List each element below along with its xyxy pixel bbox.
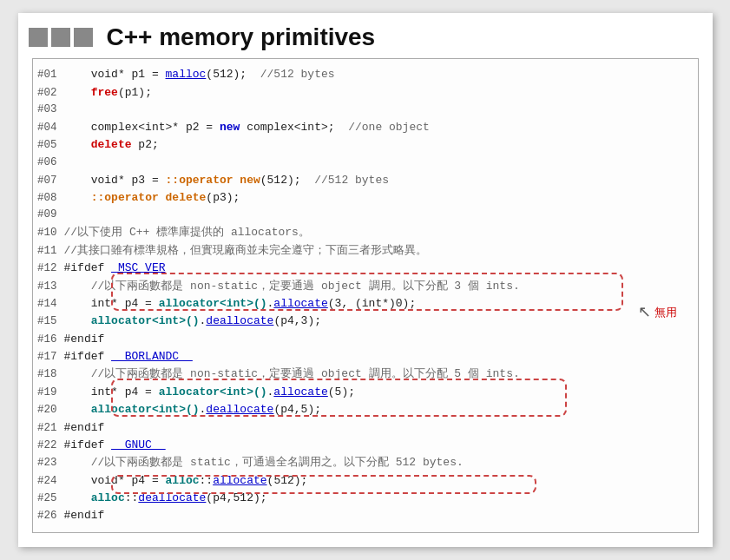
- code-line-20: #20 allocator<int>().deallocate(p4,5);: [33, 401, 698, 418]
- code-line-04: #04 complex<int>* p2 = new complex<int>;…: [33, 119, 698, 136]
- code-line-23: #23 //以下兩函數都是 static，可通過全名調用之。以下分配 512 b…: [33, 454, 698, 471]
- code-line-17: #17 #ifdef __BORLANDC__: [33, 348, 698, 366]
- code-line-22: #22 #ifdef __GNUC__: [33, 437, 698, 454]
- code-line-14: #14 int* p4 = allocator<int>().allocate(…: [33, 295, 698, 313]
- code-line-19: #19 int* p4 = allocator<int>().allocate(…: [33, 384, 698, 401]
- code-line-03: #03: [33, 102, 698, 119]
- code-line-06: #06: [33, 155, 698, 172]
- code-line-05: #05 delete p2;: [33, 136, 698, 154]
- slide-header: C++ memory primitives: [18, 13, 713, 58]
- arrow-icon: ↖: [638, 300, 651, 325]
- icon-square-2: [51, 28, 70, 47]
- code-line-09: #09: [33, 207, 698, 224]
- header-icons: [29, 28, 93, 47]
- annotation-wuyong: ↖ 無用: [638, 300, 677, 325]
- icon-square-3: [74, 28, 93, 47]
- slide-container: C++ memory primitives #01 void* p1 = mal…: [18, 13, 713, 547]
- code-line-18: #18 //以下兩函數都是 non-static，定要通過 object 調用。…: [33, 366, 698, 383]
- code-line-02: #02 free(p1);: [33, 84, 698, 102]
- code-line-13: #13 //以下兩函數都是 non-static，定要通過 object 調用。…: [33, 278, 698, 295]
- code-line-24: #24 void* p4 = alloc::allocate(512);: [33, 472, 698, 490]
- code-line-25: #25 alloc::deallocate(p4,512);: [33, 490, 698, 507]
- code-line-07: #07 void* p3 = ::operator new(512); //51…: [33, 172, 698, 189]
- code-line-15: #15 allocator<int>().deallocate(p4,3);: [33, 313, 698, 330]
- code-area: #01 void* p1 = malloc(512); //512 bytes …: [32, 58, 699, 533]
- code-line-01: #01 void* p1 = malloc(512); //512 bytes: [33, 66, 698, 83]
- code-line-08: #08 ::operator delete(p3);: [33, 189, 698, 207]
- code-line-11: #11 //其接口雖有標準規格，但實現廠商並未完全遵守；下面三者形式略異。: [33, 242, 698, 260]
- code-line-12: #12 #ifdef _MSC_VER: [33, 260, 698, 277]
- code-line-10: #10 //以下使用 C++ 標準庫提供的 allocators。: [33, 224, 698, 241]
- code-line-26: #26 #endif: [33, 507, 698, 524]
- slide-title: C++ memory primitives: [107, 23, 376, 51]
- code-line-16: #16 #endif: [33, 331, 698, 348]
- icon-square-1: [29, 28, 48, 47]
- annotation-text: 無用: [654, 304, 677, 321]
- code-line-21: #21 #endif: [33, 419, 698, 437]
